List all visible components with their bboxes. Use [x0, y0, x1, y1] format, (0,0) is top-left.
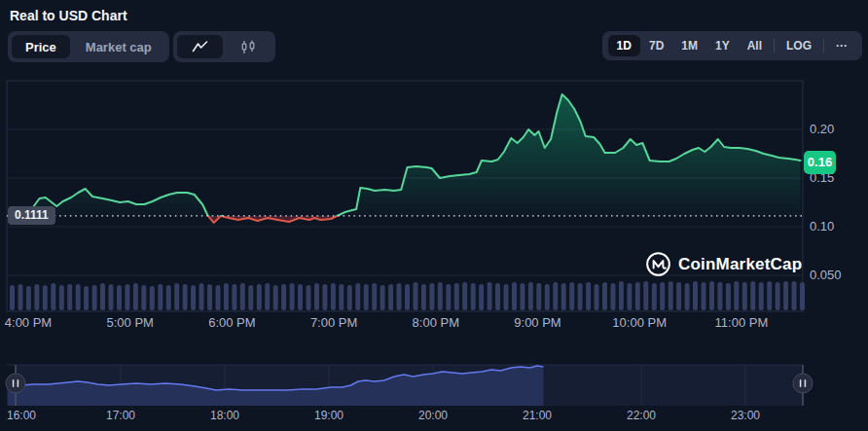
navigator-right-handle[interactable]: [793, 374, 813, 393]
price-chart-canvas[interactable]: [0, 0, 868, 431]
navigator-left-handle[interactable]: [6, 374, 25, 393]
navigator-tick-label: 23:00: [731, 409, 760, 422]
coinmarketcap-logo-icon: [645, 251, 671, 277]
y-tick-label: 0.050: [810, 268, 842, 282]
last-price-badge: 0.16: [804, 151, 836, 174]
navigator-tick-label: 18:00: [210, 409, 239, 422]
navigator-tick-label: 19:00: [314, 409, 344, 422]
y-tick-label: 0.20: [810, 122, 834, 136]
x-tick-label: 4:00 PM: [5, 315, 52, 330]
navigator-tick-label: 21:00: [523, 409, 552, 422]
y-tick-label: 0.10: [810, 219, 834, 233]
volume-bars: [10, 281, 805, 310]
baseline-price-badge: 0.1111: [8, 206, 55, 225]
watermark: CoinMarketCap: [645, 251, 802, 277]
watermark-text: CoinMarketCap: [678, 255, 802, 274]
x-tick-label: 9:00 PM: [514, 315, 561, 330]
x-tick-label: 7:00 PM: [310, 315, 357, 330]
x-tick-label: 8:00 PM: [413, 315, 459, 330]
navigator-tick-label: 16:00: [7, 409, 36, 422]
x-tick-label: 6:00 PM: [208, 315, 255, 330]
x-tick-label: 11:00 PM: [715, 315, 769, 330]
navigator-tick-label: 20:00: [418, 409, 448, 422]
navigator-tick-label: 22:00: [627, 409, 656, 422]
x-tick-label: 5:00 PM: [106, 315, 153, 330]
x-tick-label: 10:00 PM: [612, 315, 667, 330]
navigator-tick-label: 17:00: [106, 409, 135, 422]
